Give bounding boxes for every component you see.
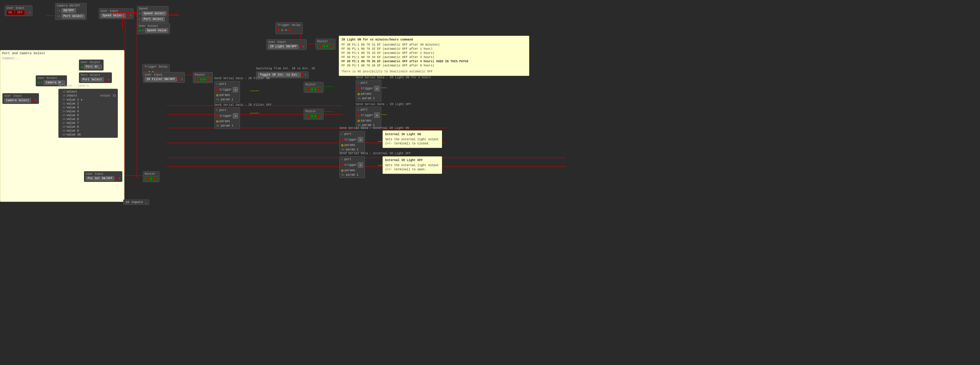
- send-serial-ir-light-off-title: Send Serial Data - IR Light OFF: [356, 103, 411, 106]
- user-input-camera-select-node: User Input Camera Select 1: [2, 93, 39, 104]
- camera-onoff-node: Camera ON/OFF →1 ON/OFF →1 Port Select: [55, 3, 87, 20]
- speed-node: Speed 4 Speed Select 1 Port Select: [137, 6, 169, 23]
- sir-port1-num: 1: [358, 81, 359, 84]
- sel-label-v5: value 5: [66, 114, 79, 117]
- onoff-value[interactable]: ON / OFF: [6, 10, 24, 15]
- sel-label-v3: value 3: [66, 106, 79, 109]
- siloff-port1-num: 1: [358, 108, 359, 112]
- pos-val: Pos Set ON/OFF: [86, 176, 114, 181]
- sir-p1-num: 31: [358, 97, 361, 100]
- port-dot-speed-out: [139, 29, 141, 32]
- sifoff-params-dot: [216, 120, 218, 123]
- sifoff-trigger-dot: [216, 115, 218, 117]
- conn-speed-out: [166, 15, 179, 16]
- user-input-pos-title: User Input: [86, 172, 121, 176]
- sext-on-trigger-dot: [341, 139, 344, 141]
- router-out: [329, 45, 332, 47]
- user-input-onoff-node: User Input ON / OFF 1: [5, 5, 32, 16]
- port-select-dot: [105, 79, 107, 81]
- siloff-port1-label: port: [361, 108, 368, 112]
- camera-nr-dot: [38, 81, 40, 84]
- ir-light-comment-box: IR Light ON for xx minutes/hours command…: [339, 36, 529, 76]
- sifon-trigger-dot: [216, 88, 218, 91]
- ext-ir-on-comment-title: External IR Light ON: [385, 132, 439, 137]
- ir-filter-val: IR Filter ON/OFF: [145, 77, 177, 81]
- camera-onoff-title: Camera ON/OFF: [57, 4, 85, 8]
- selector-row-v3: 33 value 3: [60, 106, 117, 110]
- sifoff-param1-num: 31: [216, 124, 220, 128]
- port-select-node: Port Select Port Select 1: [79, 72, 112, 83]
- rirfon-in: [307, 88, 310, 91]
- panel-comment: Comment...: [0, 56, 124, 61]
- siloff-trigger-label: trigger: [361, 114, 373, 117]
- selector-row-select: 10 select: [60, 90, 117, 94]
- send-serial-ir-filter-on-title: Send Serial Data - IR Filter ON: [214, 77, 270, 80]
- rm-green1: [200, 78, 202, 81]
- sifoff-param1-label: param 1: [221, 124, 233, 128]
- sifoff-p1-num: 1: [216, 109, 218, 112]
- sext-off-param1-label: param 1: [346, 173, 358, 177]
- sext-off-p1-num2: 31: [341, 174, 344, 177]
- serial-ir-light-off-node: 1 port trigger ⚙ params 31 param 1: [356, 107, 381, 128]
- router-green: [323, 45, 325, 47]
- selector-row-v7: 37 value 7: [60, 121, 117, 125]
- send-serial-ir-filter-off-title: Send Serial Data - IR Filter OFF: [214, 103, 272, 107]
- selector-row-v2: 32 value 2: [60, 102, 117, 106]
- sir-p1-label: param 1: [362, 97, 375, 100]
- snowflake-1: ✳: [281, 27, 283, 32]
- camera-select-val: Camera Select: [4, 98, 31, 103]
- selector-row-v1: 31 value 1 ▶: [60, 98, 117, 102]
- port-select-num: 1: [108, 78, 110, 81]
- speed-select-label: Speed Select: [142, 11, 167, 16]
- user-input-ir-filter-title: User Input: [145, 73, 183, 77]
- sel-num-v10: 40: [60, 133, 65, 136]
- siloff-params-label: params: [361, 119, 372, 122]
- sifon-trigger-label: trigger: [220, 88, 232, 91]
- siloff-p1-num: 31: [358, 124, 361, 127]
- pos-dot: [115, 177, 118, 180]
- sel-output: output 31: [100, 94, 116, 97]
- conn-camera-speed: [112, 12, 138, 13]
- serial-ext-ir-on-node: 1 port trigger ⚙ params 31 param 1: [339, 131, 365, 153]
- router-irfon-title: Router: [305, 83, 322, 86]
- ir-line-2: FF 30 P1:1 00 76 32 EF (automatic OFF af…: [342, 47, 527, 51]
- sext-on-params-label: params: [344, 143, 355, 147]
- ten-inputs-label: 10 inputs _: [123, 199, 149, 205]
- send-serial-ir-light-on-title: Send Serial Data - IR Light ON for 4 hou…: [356, 76, 431, 79]
- rirfon-g1: [311, 88, 313, 91]
- ext-ir-on-comment-text: Sets the external light output (+/- term…: [385, 137, 439, 146]
- port-num-2: →1: [57, 15, 60, 18]
- router-top-title: Router: [317, 40, 334, 43]
- ir-filter-dot: [178, 78, 180, 81]
- port-num: 1: [29, 11, 30, 14]
- snowflake-2: ✳: [285, 27, 287, 32]
- ext-ir-off-comment: External IR Light OFF Sets the external …: [383, 156, 442, 174]
- speed-value-label: Speed Value: [145, 28, 168, 33]
- sel-label-inputs: inputs: [66, 94, 77, 97]
- sext-on-gear: ⚙: [358, 137, 363, 142]
- ir-line-3: FF 30 P1:1 00 76 33 EF (automatic OFF af…: [342, 51, 527, 55]
- user-input-ir-light-node: User Input IR Light ON/OFF 2: [266, 39, 307, 50]
- sel-num-v7: 37: [60, 122, 65, 125]
- user-input-ir-filter-node: User Input IR Filter ON/OFF 2: [143, 72, 185, 83]
- td-port-out: [288, 29, 291, 31]
- sifoff-trigger-label: trigger: [220, 114, 232, 118]
- sir-gear: ⚙: [374, 86, 380, 91]
- sel-num-inputs: 10: [60, 94, 65, 97]
- selector-row-v9: 39 value 9: [60, 129, 117, 133]
- selector-row-v4: 34 value 4: [60, 110, 117, 113]
- conn-vertical-1: [122, 13, 123, 29]
- selector-camera-node: 10 select 10 inputs output 31 31 value 1…: [58, 89, 118, 138]
- sel-num-v8: 38: [60, 126, 65, 129]
- rb-out: [153, 177, 156, 180]
- sir-trigger-label: trigger: [361, 87, 373, 90]
- selector-row-v8: 38 value 8: [60, 125, 117, 129]
- ir-line-4: FF 30 P1:1 00 76 34 EF (automatic OFF af…: [342, 55, 527, 59]
- ir-light-port-num: 2: [303, 45, 304, 48]
- rirfoff-out: [317, 115, 320, 117]
- rm-port-out: [207, 78, 209, 81]
- speed-port2: 1: [139, 18, 140, 21]
- toggle-ir-val: Toggle IR Int. to Ext.: [258, 73, 301, 77]
- sifoff-gear: ⚙: [233, 113, 238, 118]
- user-input-pos-node: User Input Pos Set ON/OFF 1: [84, 171, 123, 182]
